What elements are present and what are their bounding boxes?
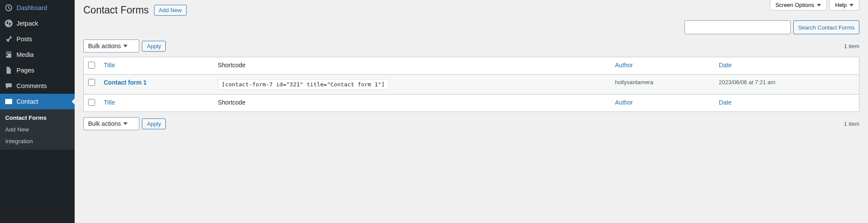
sidebar-item-contact[interactable]: Contact <box>0 94 75 109</box>
select-all-checkbox[interactable] <box>88 62 95 69</box>
submenu-item-contact-forms[interactable]: Contact Forms <box>0 112 75 124</box>
col-title[interactable]: Title <box>99 57 214 75</box>
col-date[interactable]: Date <box>714 57 859 75</box>
dashboard-icon <box>4 3 13 12</box>
media-icon <box>4 50 13 59</box>
pages-icon <box>4 66 13 75</box>
comments-icon <box>4 82 13 90</box>
col-title[interactable]: Title <box>99 95 214 112</box>
main-content: Screen Options Help Contact Forms Add Ne… <box>75 0 868 223</box>
sidebar-item-media[interactable]: Media <box>0 47 75 62</box>
screen-options-button[interactable]: Screen Options <box>770 0 827 10</box>
mail-icon <box>4 97 13 106</box>
col-shortcode: Shortcode <box>214 57 611 75</box>
sidebar-item-comments[interactable]: Comments <box>0 78 75 94</box>
svg-point-0 <box>5 20 13 27</box>
submenu-item-add-new[interactable]: Add New <box>0 124 75 135</box>
help-button[interactable]: Help <box>829 0 859 10</box>
sidebar-submenu: Contact Forms Add New Integration <box>0 109 75 150</box>
select-all-checkbox-bottom[interactable] <box>88 99 95 106</box>
sidebar-item-label: Comments <box>16 82 47 89</box>
sidebar-item-label: Media <box>16 51 34 58</box>
screen-meta-links: Screen Options Help <box>770 0 859 10</box>
bulk-actions-select-bottom[interactable]: Bulk actions <box>83 117 139 130</box>
bulk-actions-label: Bulk actions <box>88 120 121 127</box>
add-new-button[interactable]: Add New <box>154 5 187 16</box>
col-date[interactable]: Date <box>714 95 859 112</box>
sidebar-item-jetpack[interactable]: Jetpack <box>0 16 75 31</box>
sidebar-item-label: Dashboard <box>16 4 47 11</box>
apply-button[interactable]: Apply <box>142 41 166 52</box>
item-count: 1 item <box>844 43 859 49</box>
item-count-bottom: 1 item <box>844 121 859 127</box>
sidebar-item-posts[interactable]: Posts <box>0 31 75 47</box>
row-title-link[interactable]: Contact form 1 <box>104 79 147 86</box>
row-checkbox[interactable] <box>88 79 95 86</box>
jetpack-icon <box>4 19 13 28</box>
admin-sidebar: Dashboard Jetpack Posts Media Pages Comm… <box>0 0 75 223</box>
sidebar-item-pages[interactable]: Pages <box>0 62 75 78</box>
search-input[interactable] <box>684 20 791 34</box>
sidebar-item-label: Contact <box>16 98 38 105</box>
sidebar-item-label: Jetpack <box>16 20 38 27</box>
caret-down-icon <box>123 45 128 47</box>
bulk-actions-label: Bulk actions <box>88 43 121 49</box>
sidebar-item-label: Posts <box>16 36 32 43</box>
submenu-item-integration[interactable]: Integration <box>0 135 75 147</box>
table-row: Contact form 1 [contact-form-7 id="321" … <box>84 75 859 95</box>
sidebar-item-dashboard[interactable]: Dashboard <box>0 0 75 16</box>
search-button[interactable]: Search Contact Forms <box>793 20 859 34</box>
apply-button-bottom[interactable]: Apply <box>142 118 166 129</box>
caret-down-icon <box>123 122 128 125</box>
forms-table: Title Shortcode Author Date Contact form… <box>83 57 859 112</box>
col-author[interactable]: Author <box>611 57 714 75</box>
screen-options-label: Screen Options <box>776 2 815 8</box>
row-author: hollysantamera <box>611 75 714 95</box>
row-shortcode[interactable]: [contact-form-7 id="321" title="Contact … <box>218 79 389 90</box>
col-shortcode: Shortcode <box>214 95 611 112</box>
help-label: Help <box>835 2 847 8</box>
caret-down-icon <box>849 4 854 7</box>
page-title: Contact Forms <box>83 4 149 16</box>
bulk-actions-select[interactable]: Bulk actions <box>83 39 139 52</box>
sidebar-item-label: Pages <box>16 67 34 74</box>
col-author[interactable]: Author <box>611 95 714 112</box>
pin-icon <box>4 35 13 43</box>
caret-down-icon <box>817 4 821 7</box>
row-date: 2023/06/06 at 7:21 am <box>714 75 859 95</box>
